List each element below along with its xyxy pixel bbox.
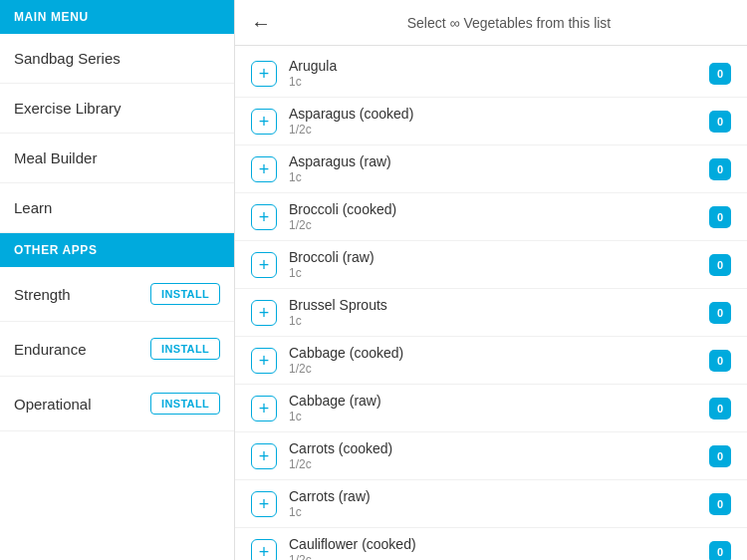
main-header: ← Select ∞ Vegetables from this list xyxy=(235,0,747,46)
item-quantity: 1/2c xyxy=(289,123,697,137)
item-quantity: 1c xyxy=(289,410,697,423)
item-name: Cabbage (cooked) xyxy=(289,345,697,361)
sidebar-item-label: Endurance xyxy=(14,341,87,358)
list-item: + Asparagus (raw) 1c 0 xyxy=(235,145,747,193)
item-info: Broccoli (cooked) 1/2c xyxy=(289,201,697,232)
quantity-badge: 0 xyxy=(709,398,731,420)
item-info: Cabbage (cooked) 1/2c xyxy=(289,345,697,376)
item-quantity: 1c xyxy=(289,266,697,280)
item-info: Broccoli (raw) 1c xyxy=(289,249,697,280)
add-vegetable-button[interactable]: + xyxy=(251,443,277,469)
item-name: Carrots (raw) xyxy=(289,488,697,504)
sidebar-item-label: Operational xyxy=(14,396,92,413)
item-name: Brussel Sprouts xyxy=(289,297,697,313)
sidebar-item-endurance[interactable]: Endurance INSTALL xyxy=(0,322,234,377)
quantity-badge: 0 xyxy=(709,445,731,467)
list-item: + Carrots (cooked) 1/2c 0 xyxy=(235,432,747,480)
add-vegetable-button[interactable]: + xyxy=(251,300,277,326)
other-apps-header: OTHER APPS xyxy=(0,233,234,267)
sidebar-item-label: Sandbag Series xyxy=(14,50,121,67)
add-vegetable-button[interactable]: + xyxy=(251,252,277,278)
quantity-badge: 0 xyxy=(709,206,731,228)
sidebar-item-label: Exercise Library xyxy=(14,100,122,117)
item-name: Asparagus (cooked) xyxy=(289,106,697,122)
quantity-badge: 0 xyxy=(709,493,731,515)
item-name: Arugula xyxy=(289,58,697,74)
quantity-badge: 0 xyxy=(709,350,731,372)
strength-install-button[interactable]: INSTALL xyxy=(150,283,220,305)
sidebar-item-sandbag-series[interactable]: Sandbag Series xyxy=(0,34,234,84)
quantity-badge: 0 xyxy=(709,63,731,85)
add-vegetable-button[interactable]: + xyxy=(251,539,277,561)
quantity-badge: 0 xyxy=(709,254,731,276)
list-item: + Cauliflower (cooked) 1/2c 0 xyxy=(235,528,747,560)
sidebar-item-label: Strength xyxy=(14,286,71,303)
item-quantity: 1c xyxy=(289,314,697,328)
item-name: Cauliflower (cooked) xyxy=(289,536,697,552)
endurance-install-button[interactable]: INSTALL xyxy=(150,338,220,360)
item-info: Carrots (raw) 1c xyxy=(289,488,697,519)
add-vegetable-button[interactable]: + xyxy=(251,156,277,182)
sidebar-item-learn[interactable]: Learn xyxy=(0,183,234,233)
item-name: Asparagus (raw) xyxy=(289,153,697,169)
vegetable-list: + Arugula 1c 0 + Asparagus (cooked) 1/2c… xyxy=(235,46,747,560)
main-menu-header: MAIN MENU xyxy=(0,0,234,34)
sidebar-item-label: Learn xyxy=(14,199,52,216)
list-item: + Cabbage (cooked) 1/2c 0 xyxy=(235,337,747,385)
item-name: Broccoli (cooked) xyxy=(289,201,697,217)
item-quantity: 1/2c xyxy=(289,362,697,376)
add-vegetable-button[interactable]: + xyxy=(251,109,277,135)
item-info: Arugula 1c xyxy=(289,58,697,89)
item-info: Asparagus (raw) 1c xyxy=(289,153,697,184)
item-info: Asparagus (cooked) 1/2c xyxy=(289,106,697,137)
item-quantity: 1/2c xyxy=(289,553,697,560)
add-vegetable-button[interactable]: + xyxy=(251,348,277,374)
add-vegetable-button[interactable]: + xyxy=(251,396,277,421)
item-info: Cabbage (raw) 1c xyxy=(289,393,697,423)
list-item: + Arugula 1c 0 xyxy=(235,50,747,98)
main-content: ← Select ∞ Vegetables from this list + A… xyxy=(235,0,747,560)
item-info: Cauliflower (cooked) 1/2c xyxy=(289,536,697,560)
sidebar-item-meal-builder[interactable]: Meal Builder xyxy=(0,134,234,183)
list-item: + Cabbage (raw) 1c 0 xyxy=(235,385,747,432)
sidebar-item-strength[interactable]: Strength INSTALL xyxy=(0,267,234,322)
item-quantity: 1/2c xyxy=(289,218,697,232)
item-quantity: 1c xyxy=(289,170,697,184)
list-item: + Broccoli (raw) 1c 0 xyxy=(235,241,747,289)
item-name: Broccoli (raw) xyxy=(289,249,697,265)
sidebar-item-operational[interactable]: Operational INSTALL xyxy=(0,377,234,431)
add-vegetable-button[interactable]: + xyxy=(251,204,277,230)
item-info: Brussel Sprouts 1c xyxy=(289,297,697,328)
list-item: + Carrots (raw) 1c 0 xyxy=(235,480,747,528)
sidebar-item-label: Meal Builder xyxy=(14,149,97,166)
list-item: + Asparagus (cooked) 1/2c 0 xyxy=(235,98,747,145)
item-quantity: 1c xyxy=(289,75,697,89)
back-button[interactable]: ← xyxy=(251,13,271,33)
item-name: Carrots (cooked) xyxy=(289,440,697,456)
item-name: Cabbage (raw) xyxy=(289,393,697,409)
add-vegetable-button[interactable]: + xyxy=(251,491,277,517)
sidebar: MAIN MENU Sandbag Series Exercise Librar… xyxy=(0,0,235,560)
quantity-badge: 0 xyxy=(709,302,731,324)
operational-install-button[interactable]: INSTALL xyxy=(150,393,220,415)
list-item: + Broccoli (cooked) 1/2c 0 xyxy=(235,193,747,241)
header-title: Select ∞ Vegetables from this list xyxy=(287,15,731,31)
add-vegetable-button[interactable]: + xyxy=(251,61,277,87)
quantity-badge: 0 xyxy=(709,158,731,180)
item-quantity: 1c xyxy=(289,505,697,519)
quantity-badge: 0 xyxy=(709,111,731,133)
sidebar-item-exercise-library[interactable]: Exercise Library xyxy=(0,84,234,134)
list-item: + Brussel Sprouts 1c 0 xyxy=(235,289,747,337)
item-quantity: 1/2c xyxy=(289,457,697,471)
quantity-badge: 0 xyxy=(709,541,731,561)
item-info: Carrots (cooked) 1/2c xyxy=(289,440,697,471)
